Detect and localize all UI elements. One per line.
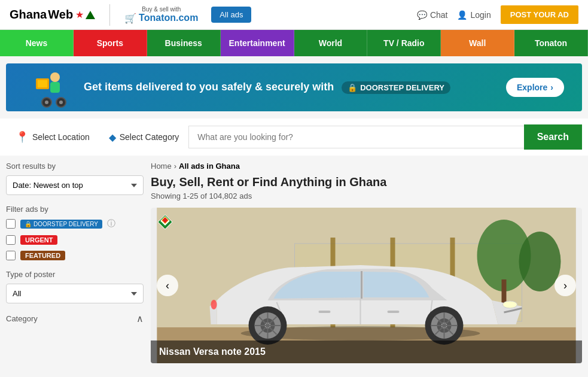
explore-arrow-icon: › <box>550 83 553 92</box>
nav-item-business[interactable]: Business <box>147 30 221 56</box>
category-section[interactable]: Category ∧ <box>6 313 144 324</box>
logo-web: Web <box>48 8 73 22</box>
page-title: Buy, Sell, Rent or Find Anything in Ghan… <box>151 175 582 189</box>
location-pin-icon: 📍 <box>16 130 29 144</box>
ad-title-overlay: Nissan Versa note 2015 <box>151 340 582 363</box>
post-ad-button[interactable]: POST YOUR AD <box>501 5 578 24</box>
chat-icon: 💬 <box>417 10 427 20</box>
poster-type-label: Type of poster <box>6 270 144 279</box>
svg-point-31 <box>211 300 217 309</box>
chevron-up-icon: ∧ <box>136 313 144 324</box>
urgent-filter-badge: URGENT <box>20 235 57 245</box>
explore-label: Explore <box>517 83 547 92</box>
header-right: 💬 Chat 👤 Login POST YOUR AD <box>417 5 578 24</box>
category-label: Select Category <box>120 132 179 142</box>
category-section-label: Category <box>6 314 38 323</box>
sort-label: Sort results by <box>6 162 144 171</box>
login-label: Login <box>470 10 490 20</box>
sort-select[interactable]: Date: Newest on top Date: Oldest on top … <box>6 175 144 195</box>
nav-item-wall[interactable]: Wall <box>441 30 514 56</box>
main-layout: Sort results by Date: Newest on top Date… <box>0 156 588 369</box>
breadcrumb-home[interactable]: Home <box>151 162 172 171</box>
header: Ghana Web ★ Buy & sell with 🛒 Tonaton.co… <box>0 0 588 30</box>
nav-business-label: Business <box>165 38 202 48</box>
nav-item-entertainment[interactable]: Entertainment <box>221 30 294 56</box>
sidebar: Sort results by Date: Newest on top Date… <box>6 162 144 363</box>
prev-button[interactable]: ‹ <box>157 275 178 296</box>
doorstep-label: DOORSTEP DELIVERY <box>360 83 444 92</box>
featured-filter-badge: FEATURED <box>20 251 65 260</box>
svg-point-30 <box>503 301 517 308</box>
delivery-banner: Get items delivered to you safely & secu… <box>6 63 582 111</box>
nav-item-news[interactable]: News <box>0 30 74 56</box>
chat-link[interactable]: 💬 Chat <box>417 10 448 20</box>
next-button[interactable]: › <box>555 275 576 296</box>
svg-rect-3 <box>37 80 48 88</box>
search-bar: 📍 Select Location ◆ Select Category Sear… <box>0 118 588 156</box>
nav-world-label: World <box>319 38 342 48</box>
flag-tag-icon <box>157 214 173 230</box>
all-ads-button[interactable]: All ads <box>211 7 251 23</box>
tonaton-tagline: Buy & sell with <box>142 6 181 13</box>
poster-select[interactable]: All Private Business <box>6 284 144 303</box>
car-image <box>151 208 582 363</box>
category-select[interactable]: ◆ Select Category <box>99 126 189 149</box>
site-logo[interactable]: Ghana Web ★ <box>10 8 95 22</box>
showing-text: Showing 1-25 of 104,802 ads <box>151 191 582 200</box>
doorstep-checkbox[interactable] <box>6 219 16 229</box>
featured-checkbox[interactable] <box>6 251 16 260</box>
filter-item-doorstep: 🔒 DOORSTEP DELIVERY ⓘ <box>6 218 144 229</box>
doorstep-filter-badge: 🔒 DOORSTEP DELIVERY <box>20 220 102 229</box>
lock-small-icon: 🔒 <box>25 221 32 227</box>
ad-title: Nissan Versa note 2015 <box>159 346 266 357</box>
svg-rect-1 <box>50 82 60 93</box>
explore-button[interactable]: Explore › <box>506 78 564 97</box>
content-area: Home › All ads in Ghana Buy, Sell, Rent … <box>151 162 582 363</box>
svg-rect-21 <box>502 279 507 303</box>
header-divider <box>109 4 110 26</box>
ad-image-wrap: ‹ › Nissan Versa note 2015 <box>151 208 582 363</box>
tonaton-logo[interactable]: Tonaton.com <box>139 13 198 23</box>
logo-section: Ghana Web ★ Buy & sell with 🛒 Tonaton.co… <box>10 4 251 26</box>
login-link[interactable]: 👤 Login <box>457 10 490 20</box>
filter-label: Filter ads by <box>6 205 144 214</box>
lock-icon: 🔒 <box>348 83 357 92</box>
logo-star-icon: ★ <box>75 9 84 20</box>
breadcrumb: Home › All ads in Ghana <box>151 162 582 171</box>
svg-rect-29 <box>388 311 400 313</box>
ad-card: ‹ › Nissan Versa note 2015 <box>151 208 582 363</box>
banner-text: Get items delivered to you safely & secu… <box>84 81 450 93</box>
nav-item-world[interactable]: World <box>294 30 368 56</box>
breadcrumb-current: All ads in Ghana <box>179 162 240 171</box>
filter-item-featured: FEATURED <box>6 251 144 260</box>
location-label: Select Location <box>32 132 90 142</box>
breadcrumb-arrow-icon: › <box>174 162 176 171</box>
category-diamond-icon: ◆ <box>109 132 116 143</box>
svg-point-0 <box>50 72 60 82</box>
filter-item-urgent: URGENT <box>6 235 144 245</box>
doorstep-badge-label: DOORSTEP DELIVERY <box>33 221 98 227</box>
nav-item-tonaton[interactable]: Tonaton <box>514 30 588 56</box>
user-icon: 👤 <box>457 10 467 20</box>
nav-wall-label: Wall <box>469 38 486 48</box>
nav-bar: News Sports Business Entertainment World… <box>0 30 588 56</box>
logo-triangle-icon <box>86 11 95 19</box>
search-input[interactable] <box>188 126 523 148</box>
chat-label: Chat <box>430 10 448 20</box>
nav-item-tv-radio[interactable]: TV / Radio <box>367 30 441 56</box>
search-input-wrap: Search <box>188 124 582 150</box>
svg-rect-28 <box>319 311 331 313</box>
nav-entertainment-label: Entertainment <box>229 38 285 48</box>
location-select[interactable]: 📍 Select Location <box>6 124 99 150</box>
banner-main-text: Get items delivered to you safely & secu… <box>84 81 334 93</box>
nav-item-sports[interactable]: Sports <box>74 30 147 56</box>
info-icon[interactable]: ⓘ <box>107 218 115 229</box>
tonaton-section: Buy & sell with 🛒 Tonaton.com <box>124 6 198 24</box>
nav-tv-label: TV / Radio <box>383 38 424 48</box>
svg-point-7 <box>45 101 48 104</box>
nav-sports-label: Sports <box>97 38 123 48</box>
urgent-checkbox[interactable] <box>6 235 16 245</box>
svg-point-8 <box>59 101 63 104</box>
banner-content: Get items delivered to you safely & secu… <box>84 81 494 94</box>
search-button[interactable]: Search <box>524 124 582 150</box>
